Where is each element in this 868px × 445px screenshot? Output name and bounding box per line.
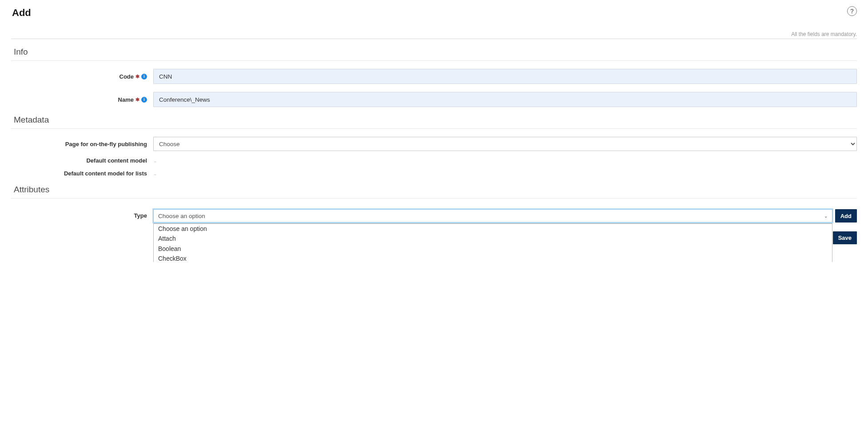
header-divider [11,39,857,39]
required-star-icon: ✱ [135,97,139,103]
section-title-attributes: Attributes [11,181,857,199]
default-content-model-lists-label: Default content model for lists [11,170,153,177]
required-star-icon: ✱ [135,74,139,79]
code-label-text: Code [119,73,134,80]
type-select-value: Choose an option [158,213,205,219]
section-attributes: Attributes Type Choose an option ⌄ Choos… [11,181,857,244]
name-label-text: Name [118,96,134,103]
name-label: Name ✱ i [11,96,153,103]
save-button[interactable]: Save [833,231,857,244]
section-info: Info Code ✱ i Name ✱ i [11,44,857,107]
mandatory-note: All the fields are mandatory. [11,31,857,37]
type-dropdown-list[interactable]: Choose an optionAttachBooleanCheckBoxCom… [153,223,832,262]
type-option[interactable]: Boolean [154,244,832,254]
code-label: Code ✱ i [11,73,153,80]
type-label: Type [11,209,153,219]
code-input[interactable] [153,69,857,84]
type-select[interactable]: Choose an option ⌄ [153,209,832,222]
default-content-model-label-text: Default content model [86,157,147,164]
type-option[interactable]: Attach [154,234,832,244]
publishing-page-label-text: Page for on-the-fly publishing [65,141,147,147]
default-content-model-lists-value [153,170,155,177]
chevron-down-icon: ⌄ [824,214,828,219]
publishing-page-label: Page for on-the-fly publishing [11,141,153,147]
default-content-model-label: Default content model [11,157,153,164]
section-metadata: Metadata Page for on-the-fly publishing … [11,111,857,177]
add-attribute-button[interactable]: Add [835,209,857,222]
info-icon[interactable]: i [141,74,147,79]
default-content-model-value [153,157,155,164]
help-icon[interactable]: ? [847,6,857,16]
section-title-metadata: Metadata [11,111,857,129]
type-option[interactable]: CheckBox [154,254,832,262]
section-title-info: Info [11,44,857,61]
default-content-model-lists-label-text: Default content model for lists [64,170,147,177]
publishing-page-select[interactable]: Choose [153,137,857,151]
name-input[interactable] [153,92,857,107]
type-option[interactable]: Choose an option [154,224,832,234]
page-title: Add [11,4,31,21]
info-icon[interactable]: i [141,97,147,103]
